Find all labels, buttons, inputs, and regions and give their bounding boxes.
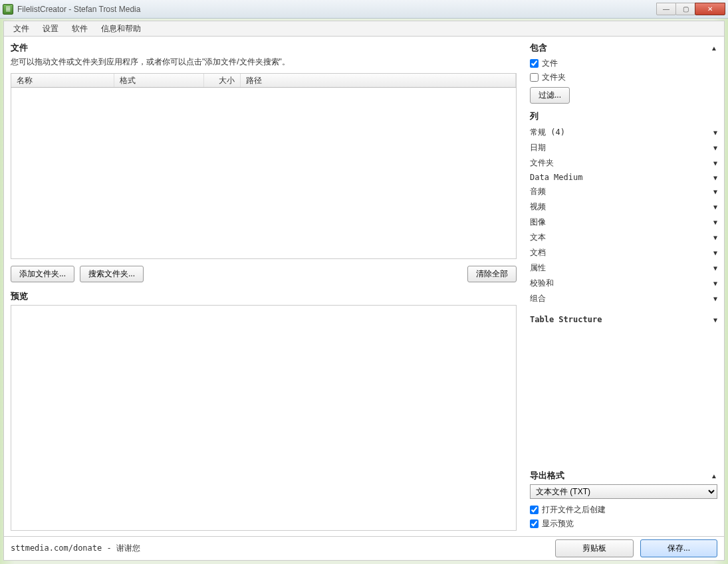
chevron-down-icon: ▼ (713, 316, 717, 324)
chevron-down-icon: ▼ (713, 295, 717, 302)
column-category-label: 校验和 (530, 278, 554, 289)
menu-help[interactable]: 信息和帮助 (94, 21, 148, 37)
column-category-item[interactable]: Data Medium▼ (530, 171, 717, 184)
column-category-item[interactable]: 视频▼ (530, 199, 717, 215)
chevron-down-icon: ▼ (713, 264, 717, 272)
contain-header-label: 包含 (530, 42, 547, 54)
footer: sttmedia.com/donate - 谢谢您 剪贴板 保存... (3, 537, 725, 561)
chevron-down-icon: ▼ (713, 159, 717, 167)
preview-area[interactable] (11, 305, 517, 531)
open-after-label: 打开文件之后创建 (542, 504, 606, 516)
export-section-header[interactable]: 导出格式 ▲ (530, 470, 717, 482)
column-category-label: 常规 (4) (530, 127, 565, 138)
chevron-down-icon: ▼ (713, 249, 717, 256)
chevron-down-icon: ▼ (713, 129, 717, 136)
column-category-item[interactable]: 音频▼ (530, 184, 717, 199)
column-category-item[interactable]: 常规 (4)▼ (530, 125, 717, 140)
collapse-arrow-icon: ▲ (711, 472, 717, 480)
app-icon: ≣ (3, 4, 13, 15)
menubar: 文件 设置 软件 信息和帮助 (3, 21, 725, 37)
contain-folders-input[interactable] (530, 73, 539, 82)
col-header-format[interactable]: 格式 (114, 74, 204, 87)
col-header-name[interactable]: 名称 (11, 74, 114, 87)
search-folder-button[interactable]: 搜索文件夹... (80, 266, 144, 282)
col-header-path[interactable]: 路径 (241, 74, 516, 87)
column-category-label: 视频 (530, 201, 546, 213)
menu-software[interactable]: 软件 (65, 21, 94, 37)
save-button[interactable]: 保存... (640, 539, 717, 557)
column-category-item[interactable]: 文本▼ (530, 230, 717, 245)
file-table-header: 名称 格式 大小 路径 (11, 73, 517, 88)
donate-link[interactable]: sttmedia.com/donate - 谢谢您 (11, 543, 140, 554)
file-table-body[interactable] (11, 88, 517, 259)
column-category-label: 音频 (530, 186, 546, 197)
filter-button[interactable]: 过滤... (530, 87, 570, 104)
columns-section-header: 列 (530, 110, 717, 122)
contain-files-input[interactable] (530, 59, 539, 68)
chevron-down-icon: ▼ (713, 203, 717, 211)
column-category-label: 文件夹 (530, 157, 554, 169)
chevron-down-icon: ▼ (713, 280, 717, 287)
chevron-down-icon: ▼ (713, 174, 717, 181)
column-category-item[interactable]: 图像▼ (530, 215, 717, 230)
chevron-down-icon: ▼ (713, 144, 717, 151)
column-category-label: 日期 (530, 142, 546, 153)
clear-all-button[interactable]: 清除全部 (467, 266, 517, 282)
contain-section-header[interactable]: 包含 ▲ (530, 42, 717, 54)
minimize-button[interactable]: — (656, 3, 676, 15)
column-category-item[interactable]: 日期▼ (530, 140, 717, 155)
column-category-label: 属性 (530, 262, 546, 274)
column-category-item[interactable]: 组合▼ (530, 291, 717, 306)
open-after-checkbox[interactable]: 打开文件之后创建 (530, 503, 717, 517)
add-folder-button[interactable]: 添加文件夹... (11, 266, 74, 282)
menu-settings[interactable]: 设置 (36, 21, 65, 37)
column-category-item[interactable]: 文档▼ (530, 245, 717, 260)
maximize-button[interactable]: ▢ (675, 3, 695, 15)
titlebar: ≣ FilelistCreator - Stefan Trost Media —… (0, 0, 728, 19)
column-category-label: 文档 (530, 247, 546, 258)
chevron-down-icon: ▼ (713, 219, 717, 226)
col-header-size[interactable]: 大小 (204, 74, 241, 87)
table-structure-header[interactable]: Table Structure ▼ (530, 313, 717, 326)
chevron-down-icon: ▼ (713, 188, 717, 195)
column-category-label: 图像 (530, 217, 546, 228)
close-button[interactable]: ✕ (695, 3, 725, 15)
contain-folders-label: 文件夹 (542, 72, 566, 83)
collapse-arrow-icon: ▲ (711, 45, 717, 52)
contain-files-checkbox[interactable]: 文件 (530, 56, 717, 70)
table-structure-label: Table Structure (530, 315, 602, 324)
export-format-select[interactable]: 文本文件 (TXT) (530, 484, 717, 499)
clipboard-button[interactable]: 剪贴板 (555, 539, 634, 557)
column-category-item[interactable]: 属性▼ (530, 260, 717, 276)
chevron-down-icon: ▼ (713, 234, 717, 241)
window-title: FilelistCreator - Stefan Trost Media (17, 5, 657, 14)
show-preview-checkbox[interactable]: 显示预览 (530, 517, 717, 531)
show-preview-label: 显示预览 (542, 518, 574, 529)
files-section-header: 文件 (11, 42, 517, 54)
column-category-label: 文本 (530, 232, 546, 243)
column-category-label: 组合 (530, 293, 546, 304)
files-hint: 您可以拖动文件或文件夹到应用程序，或者你可以点击"添加文件/文件夹搜索"。 (11, 56, 517, 68)
export-header-label: 导出格式 (530, 470, 564, 482)
show-preview-input[interactable] (530, 519, 539, 528)
column-category-item[interactable]: 文件夹▼ (530, 155, 717, 171)
open-after-input[interactable] (530, 506, 539, 514)
column-category-item[interactable]: 校验和▼ (530, 276, 717, 291)
contain-files-label: 文件 (542, 58, 558, 69)
menu-file[interactable]: 文件 (7, 21, 36, 37)
column-category-label: Data Medium (530, 173, 582, 182)
contain-folders-checkbox[interactable]: 文件夹 (530, 70, 717, 84)
preview-section-header: 预览 (11, 290, 517, 302)
